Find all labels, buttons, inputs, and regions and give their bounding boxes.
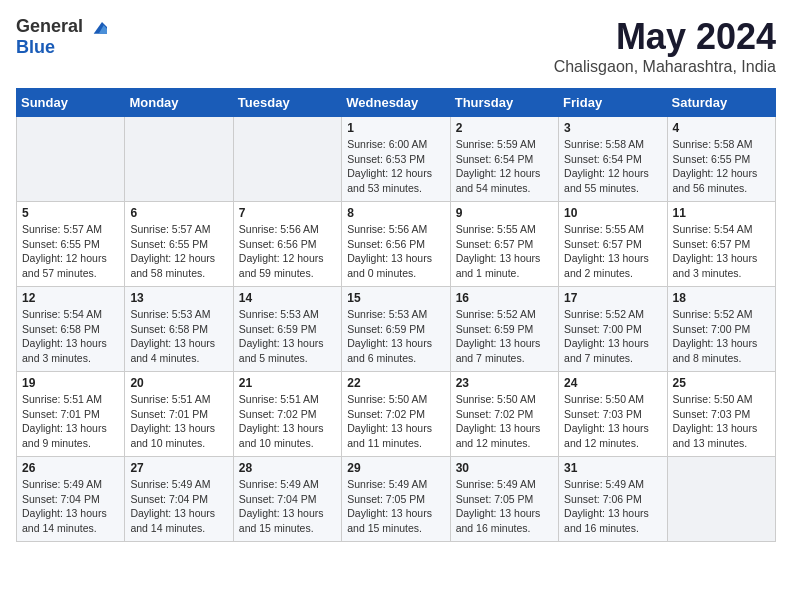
cell-content: Sunrise: 5:49 AMSunset: 7:06 PMDaylight:…	[564, 477, 661, 536]
day-number: 20	[130, 376, 227, 390]
calendar-cell: 17Sunrise: 5:52 AMSunset: 7:00 PMDayligh…	[559, 287, 667, 372]
calendar-cell: 10Sunrise: 5:55 AMSunset: 6:57 PMDayligh…	[559, 202, 667, 287]
day-number: 5	[22, 206, 119, 220]
cell-content: Sunrise: 5:57 AMSunset: 6:55 PMDaylight:…	[22, 222, 119, 281]
day-number: 2	[456, 121, 553, 135]
calendar-cell: 4Sunrise: 5:58 AMSunset: 6:55 PMDaylight…	[667, 117, 775, 202]
day-number: 26	[22, 461, 119, 475]
cell-content: Sunrise: 5:49 AMSunset: 7:05 PMDaylight:…	[347, 477, 444, 536]
calendar-cell: 28Sunrise: 5:49 AMSunset: 7:04 PMDayligh…	[233, 457, 341, 542]
cell-content: Sunrise: 5:58 AMSunset: 6:55 PMDaylight:…	[673, 137, 770, 196]
calendar-week-row: 1Sunrise: 6:00 AMSunset: 6:53 PMDaylight…	[17, 117, 776, 202]
weekday-header: Saturday	[667, 89, 775, 117]
cell-content: Sunrise: 5:52 AMSunset: 7:00 PMDaylight:…	[673, 307, 770, 366]
calendar-cell	[667, 457, 775, 542]
day-number: 17	[564, 291, 661, 305]
day-number: 7	[239, 206, 336, 220]
calendar-week-row: 19Sunrise: 5:51 AMSunset: 7:01 PMDayligh…	[17, 372, 776, 457]
cell-content: Sunrise: 5:50 AMSunset: 7:02 PMDaylight:…	[347, 392, 444, 451]
calendar-cell: 14Sunrise: 5:53 AMSunset: 6:59 PMDayligh…	[233, 287, 341, 372]
cell-content: Sunrise: 5:51 AMSunset: 7:01 PMDaylight:…	[22, 392, 119, 451]
calendar-cell: 1Sunrise: 6:00 AMSunset: 6:53 PMDaylight…	[342, 117, 450, 202]
cell-content: Sunrise: 5:53 AMSunset: 6:59 PMDaylight:…	[239, 307, 336, 366]
calendar-cell: 3Sunrise: 5:58 AMSunset: 6:54 PMDaylight…	[559, 117, 667, 202]
logo: General Blue	[16, 16, 107, 58]
calendar-cell: 25Sunrise: 5:50 AMSunset: 7:03 PMDayligh…	[667, 372, 775, 457]
day-number: 13	[130, 291, 227, 305]
cell-content: Sunrise: 5:50 AMSunset: 7:03 PMDaylight:…	[673, 392, 770, 451]
calendar-cell: 27Sunrise: 5:49 AMSunset: 7:04 PMDayligh…	[125, 457, 233, 542]
logo-icon	[87, 17, 107, 37]
calendar-cell: 23Sunrise: 5:50 AMSunset: 7:02 PMDayligh…	[450, 372, 558, 457]
day-number: 25	[673, 376, 770, 390]
calendar-cell: 13Sunrise: 5:53 AMSunset: 6:58 PMDayligh…	[125, 287, 233, 372]
weekday-header: Tuesday	[233, 89, 341, 117]
day-number: 31	[564, 461, 661, 475]
calendar-cell: 6Sunrise: 5:57 AMSunset: 6:55 PMDaylight…	[125, 202, 233, 287]
day-number: 29	[347, 461, 444, 475]
location-subtitle: Chalisgaon, Maharashtra, India	[554, 58, 776, 76]
calendar-cell: 20Sunrise: 5:51 AMSunset: 7:01 PMDayligh…	[125, 372, 233, 457]
logo-general-text: General	[16, 16, 83, 37]
weekday-header: Monday	[125, 89, 233, 117]
header-row: SundayMondayTuesdayWednesdayThursdayFrid…	[17, 89, 776, 117]
day-number: 6	[130, 206, 227, 220]
day-number: 19	[22, 376, 119, 390]
day-number: 30	[456, 461, 553, 475]
calendar-table: SundayMondayTuesdayWednesdayThursdayFrid…	[16, 88, 776, 542]
day-number: 3	[564, 121, 661, 135]
calendar-cell: 30Sunrise: 5:49 AMSunset: 7:05 PMDayligh…	[450, 457, 558, 542]
cell-content: Sunrise: 5:50 AMSunset: 7:02 PMDaylight:…	[456, 392, 553, 451]
cell-content: Sunrise: 5:49 AMSunset: 7:04 PMDaylight:…	[130, 477, 227, 536]
calendar-cell: 8Sunrise: 5:56 AMSunset: 6:56 PMDaylight…	[342, 202, 450, 287]
cell-content: Sunrise: 5:52 AMSunset: 6:59 PMDaylight:…	[456, 307, 553, 366]
month-year-title: May 2024	[554, 16, 776, 58]
day-number: 14	[239, 291, 336, 305]
day-number: 12	[22, 291, 119, 305]
calendar-cell: 24Sunrise: 5:50 AMSunset: 7:03 PMDayligh…	[559, 372, 667, 457]
day-number: 27	[130, 461, 227, 475]
cell-content: Sunrise: 5:53 AMSunset: 6:59 PMDaylight:…	[347, 307, 444, 366]
cell-content: Sunrise: 5:54 AMSunset: 6:58 PMDaylight:…	[22, 307, 119, 366]
cell-content: Sunrise: 6:00 AMSunset: 6:53 PMDaylight:…	[347, 137, 444, 196]
calendar-cell: 9Sunrise: 5:55 AMSunset: 6:57 PMDaylight…	[450, 202, 558, 287]
day-number: 9	[456, 206, 553, 220]
day-number: 4	[673, 121, 770, 135]
day-number: 1	[347, 121, 444, 135]
day-number: 18	[673, 291, 770, 305]
calendar-week-row: 26Sunrise: 5:49 AMSunset: 7:04 PMDayligh…	[17, 457, 776, 542]
cell-content: Sunrise: 5:55 AMSunset: 6:57 PMDaylight:…	[456, 222, 553, 281]
day-number: 15	[347, 291, 444, 305]
calendar-cell	[17, 117, 125, 202]
calendar-cell	[125, 117, 233, 202]
calendar-cell: 7Sunrise: 5:56 AMSunset: 6:56 PMDaylight…	[233, 202, 341, 287]
cell-content: Sunrise: 5:50 AMSunset: 7:03 PMDaylight:…	[564, 392, 661, 451]
calendar-cell: 12Sunrise: 5:54 AMSunset: 6:58 PMDayligh…	[17, 287, 125, 372]
day-number: 23	[456, 376, 553, 390]
cell-content: Sunrise: 5:52 AMSunset: 7:00 PMDaylight:…	[564, 307, 661, 366]
day-number: 10	[564, 206, 661, 220]
cell-content: Sunrise: 5:55 AMSunset: 6:57 PMDaylight:…	[564, 222, 661, 281]
day-number: 28	[239, 461, 336, 475]
cell-content: Sunrise: 5:49 AMSunset: 7:04 PMDaylight:…	[239, 477, 336, 536]
cell-content: Sunrise: 5:54 AMSunset: 6:57 PMDaylight:…	[673, 222, 770, 281]
calendar-cell: 11Sunrise: 5:54 AMSunset: 6:57 PMDayligh…	[667, 202, 775, 287]
calendar-cell: 16Sunrise: 5:52 AMSunset: 6:59 PMDayligh…	[450, 287, 558, 372]
weekday-header: Friday	[559, 89, 667, 117]
calendar-cell: 2Sunrise: 5:59 AMSunset: 6:54 PMDaylight…	[450, 117, 558, 202]
calendar-cell: 18Sunrise: 5:52 AMSunset: 7:00 PMDayligh…	[667, 287, 775, 372]
calendar-cell	[233, 117, 341, 202]
title-block: May 2024 Chalisgaon, Maharashtra, India	[554, 16, 776, 76]
day-number: 8	[347, 206, 444, 220]
cell-content: Sunrise: 5:49 AMSunset: 7:04 PMDaylight:…	[22, 477, 119, 536]
calendar-week-row: 5Sunrise: 5:57 AMSunset: 6:55 PMDaylight…	[17, 202, 776, 287]
cell-content: Sunrise: 5:58 AMSunset: 6:54 PMDaylight:…	[564, 137, 661, 196]
cell-content: Sunrise: 5:51 AMSunset: 7:02 PMDaylight:…	[239, 392, 336, 451]
day-number: 11	[673, 206, 770, 220]
weekday-header: Wednesday	[342, 89, 450, 117]
calendar-cell: 29Sunrise: 5:49 AMSunset: 7:05 PMDayligh…	[342, 457, 450, 542]
calendar-cell: 15Sunrise: 5:53 AMSunset: 6:59 PMDayligh…	[342, 287, 450, 372]
calendar-cell: 5Sunrise: 5:57 AMSunset: 6:55 PMDaylight…	[17, 202, 125, 287]
calendar-cell: 31Sunrise: 5:49 AMSunset: 7:06 PMDayligh…	[559, 457, 667, 542]
day-number: 16	[456, 291, 553, 305]
